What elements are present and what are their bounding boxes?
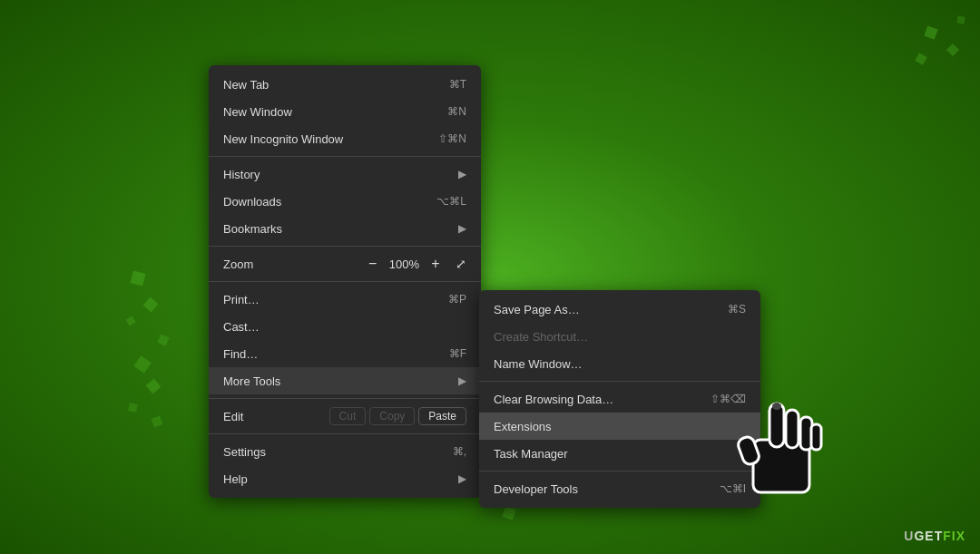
zoom-minus-button[interactable]: −	[364, 256, 382, 272]
menu-item-new-window[interactable]: New Window ⌘N	[209, 98, 481, 125]
hand-cursor-icon	[726, 390, 835, 508]
edit-paste-button[interactable]: Paste	[418, 407, 466, 425]
svg-rect-4	[811, 424, 821, 450]
separator-1	[209, 156, 481, 157]
menu-item-edit: Edit Cut Copy Paste	[209, 403, 481, 430]
separator-2	[209, 246, 481, 247]
menu-item-more-tools[interactable]: More Tools ▶	[209, 367, 481, 394]
svg-rect-1	[769, 403, 784, 447]
more-tools-submenu: Save Page As… ⌘S Create Shortcut… Name W…	[479, 290, 760, 508]
edit-cut-button[interactable]: Cut	[329, 407, 367, 425]
submenu-item-save-page[interactable]: Save Page As… ⌘S	[479, 296, 760, 323]
menu-item-settings[interactable]: Settings ⌘,	[209, 438, 481, 465]
separator-4	[209, 398, 481, 399]
svg-rect-2	[786, 410, 799, 448]
svg-point-6	[772, 403, 781, 410]
submenu-item-extensions[interactable]: Extensions	[479, 413, 760, 440]
menu-item-history[interactable]: History ▶	[209, 160, 481, 188]
separator-3	[209, 281, 481, 282]
zoom-fullscreen-button[interactable]: ⤢	[456, 257, 466, 271]
main-context-menu: New Tab ⌘T New Window ⌘N New Incognito W…	[209, 65, 481, 498]
submenu-separator-1	[479, 381, 760, 382]
submenu-item-create-shortcut[interactable]: Create Shortcut…	[479, 323, 760, 350]
submenu-item-clear-browsing[interactable]: Clear Browsing Data… ⇧⌘⌫	[479, 385, 760, 413]
submenu-item-name-window[interactable]: Name Window…	[479, 350, 760, 377]
zoom-plus-button[interactable]: +	[426, 256, 445, 272]
menu-item-cast[interactable]: Cast…	[209, 313, 481, 340]
menu-item-bookmarks[interactable]: Bookmarks ▶	[209, 215, 481, 242]
edit-copy-button[interactable]: Copy	[369, 407, 415, 425]
submenu-separator-2	[479, 471, 760, 471]
ugetfix-logo: UGETFIX	[904, 529, 965, 543]
submenu-item-developer-tools[interactable]: Developer Tools ⌥⌘I	[479, 475, 760, 502]
zoom-value: 100%	[389, 258, 419, 271]
separator-5	[209, 433, 481, 434]
menu-item-zoom: Zoom − 100% + ⤢	[209, 250, 481, 277]
menu-item-new-incognito[interactable]: New Incognito Window ⇧⌘N	[209, 125, 481, 152]
menu-item-find[interactable]: Find… ⌘F	[209, 340, 481, 367]
menu-item-downloads[interactable]: Downloads ⌥⌘L	[209, 188, 481, 215]
menu-item-new-tab[interactable]: New Tab ⌘T	[209, 71, 481, 98]
menu-item-print[interactable]: Print… ⌘P	[209, 286, 481, 313]
menu-item-help[interactable]: Help ▶	[209, 465, 481, 492]
submenu-item-task-manager[interactable]: Task Manager	[479, 440, 760, 467]
